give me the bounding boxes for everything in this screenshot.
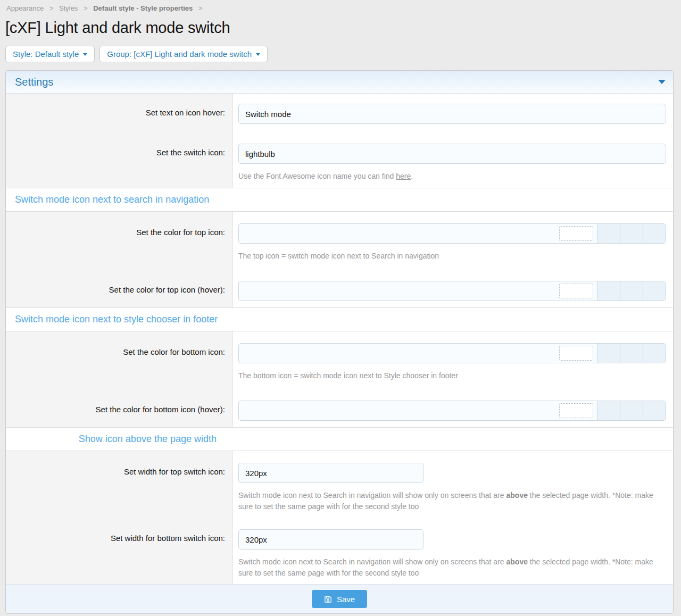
palette-cell[interactable] bbox=[620, 344, 643, 363]
chevron-right-icon: > bbox=[198, 4, 203, 12]
palette-cell[interactable] bbox=[643, 344, 666, 363]
palette-cell[interactable] bbox=[620, 224, 643, 243]
collapse-chevron-icon[interactable] bbox=[658, 80, 666, 84]
breadcrumb: Appearance > Styles > Default style - St… bbox=[5, 4, 674, 12]
field-label: Set the switch icon: bbox=[6, 134, 233, 188]
panel-title: Settings bbox=[15, 76, 53, 88]
bottom-icon-hover-color-input[interactable] bbox=[239, 401, 555, 420]
caret-down-icon bbox=[256, 53, 260, 56]
color-swatch[interactable] bbox=[559, 226, 593, 241]
color-swatch[interactable] bbox=[559, 346, 593, 361]
breadcrumb-link-styles[interactable]: Styles bbox=[59, 4, 78, 12]
caret-down-icon bbox=[83, 53, 87, 56]
color-input-group bbox=[238, 401, 666, 421]
palette-cell[interactable] bbox=[643, 224, 666, 243]
panel-footer: Save bbox=[6, 584, 673, 613]
form-row-switch-icon: Set the switch icon: Use the Font Awesom… bbox=[6, 134, 673, 188]
field-label: Set the color for top icon (hover): bbox=[6, 274, 233, 307]
top-icon-hover-color-input[interactable] bbox=[239, 281, 555, 301]
chevron-right-icon: > bbox=[49, 4, 54, 12]
form-row-text-hover: Set text on icon hover: bbox=[6, 94, 673, 134]
palette-cell[interactable] bbox=[597, 401, 620, 420]
breadcrumb-current: Default style - Style properties bbox=[93, 4, 193, 12]
color-swatch[interactable] bbox=[559, 284, 593, 298]
section-header-page-width: Show icon above the page width bbox=[6, 427, 673, 451]
page-title: [cXF] Light and dark mode switch bbox=[5, 19, 674, 37]
field-label: Set width for bottom switch icon: bbox=[6, 518, 233, 584]
bottom-width-input[interactable] bbox=[238, 529, 423, 550]
color-input-group bbox=[238, 281, 666, 301]
field-label: Set text on icon hover: bbox=[6, 94, 233, 134]
palette-cell[interactable] bbox=[597, 344, 620, 363]
palette-cell[interactable] bbox=[597, 281, 620, 301]
field-hint: The top icon = switch mode icon next to … bbox=[238, 251, 666, 262]
admin-page: Appearance > Styles > Default style - St… bbox=[0, 0, 681, 614]
form-row-bottom-color-hover: Set the color for bottom icon (hover): bbox=[6, 394, 673, 427]
field-hint: The bottom icon = switch mode icon next … bbox=[238, 370, 666, 381]
top-icon-color-input[interactable] bbox=[239, 224, 555, 243]
breadcrumb-link-appearance[interactable]: Appearance bbox=[6, 4, 44, 12]
color-input-group bbox=[238, 223, 666, 244]
style-menu-button[interactable]: Style: Default style bbox=[5, 46, 95, 62]
field-label: Set the color for top icon: bbox=[6, 212, 233, 274]
switch-icon-input[interactable] bbox=[238, 144, 666, 164]
text-on-hover-input[interactable] bbox=[238, 104, 666, 124]
floppy-disk-icon bbox=[324, 595, 332, 603]
palette-cell[interactable] bbox=[643, 401, 666, 420]
section-header-footer: Switch mode icon next to style chooser i… bbox=[6, 307, 673, 331]
save-button[interactable]: Save bbox=[312, 590, 367, 608]
field-label: Set width for top switch icon: bbox=[6, 451, 233, 518]
color-swatch[interactable] bbox=[559, 403, 593, 418]
form-row-bottom-color: Set the color for bottom icon: The botto… bbox=[6, 331, 673, 394]
form-row-bottom-width: Set width for bottom switch icon: Switch… bbox=[6, 518, 673, 584]
settings-panel: Settings Set text on icon hover: Set the… bbox=[5, 70, 674, 614]
field-label: Set the color for bottom icon (hover): bbox=[6, 394, 233, 427]
group-menu-button[interactable]: Group: [cXF] Light and dark mode switch bbox=[99, 46, 268, 62]
form-row-top-color-hover: Set the color for top icon (hover): bbox=[6, 274, 673, 307]
save-button-label: Save bbox=[337, 595, 355, 604]
toolbar: Style: Default style Group: [cXF] Light … bbox=[5, 46, 674, 62]
bottom-icon-color-input[interactable] bbox=[239, 344, 555, 363]
palette-cell[interactable] bbox=[620, 401, 643, 420]
settings-panel-header[interactable]: Settings bbox=[6, 71, 673, 94]
style-menu-label: Style: Default style bbox=[13, 49, 79, 59]
field-label: Set the color for bottom icon: bbox=[6, 331, 233, 394]
top-width-input[interactable] bbox=[238, 463, 423, 483]
color-input-group bbox=[238, 343, 666, 363]
palette-cell[interactable] bbox=[597, 224, 620, 243]
field-hint: Switch mode icon next to Search in navig… bbox=[238, 490, 666, 512]
section-header-navigation: Switch mode icon next to search in navig… bbox=[6, 188, 673, 212]
group-menu-label: Group: [cXF] Light and dark mode switch bbox=[107, 49, 252, 59]
field-hint: Switch mode icon next to Search in navig… bbox=[238, 556, 666, 579]
palette-cell[interactable] bbox=[643, 281, 666, 301]
chevron-right-icon: > bbox=[84, 4, 88, 12]
field-hint: Use the Font Awesome icon name you can f… bbox=[238, 171, 666, 182]
form-row-top-color: Set the color for top icon: The top icon… bbox=[6, 212, 673, 274]
form-row-top-width: Set width for top switch icon: Switch mo… bbox=[6, 451, 673, 518]
here-link[interactable]: here bbox=[396, 172, 411, 180]
palette-cell[interactable] bbox=[620, 281, 643, 301]
